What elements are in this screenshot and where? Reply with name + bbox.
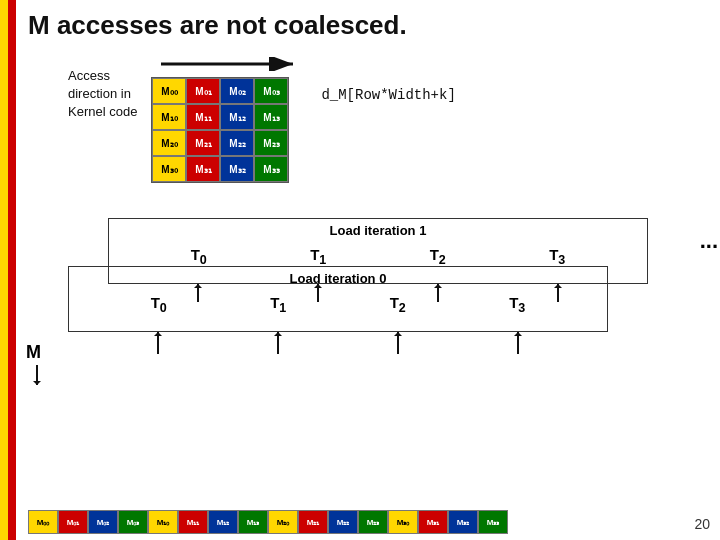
matrix-cell-0-3: M₀₃ <box>254 78 288 104</box>
m-label: M <box>26 342 41 362</box>
matrix-cell-3-1: M₃₁ <box>186 156 220 182</box>
svg-marker-11 <box>154 332 162 336</box>
matrix-cell-0-1: M₀₁ <box>186 78 220 104</box>
formula-label: d_M[Row*Width+k] <box>321 87 455 103</box>
iter1-label: Load iteration 1 <box>109 223 647 238</box>
iter0-label: Load iteration 0 <box>69 271 607 286</box>
m-down-arrow <box>30 365 44 385</box>
matrix-cell-2-3: M₂₃ <box>254 130 288 156</box>
m-label-area: M <box>26 342 44 389</box>
matrix-cell-3-0: M₃₀ <box>152 156 186 182</box>
bottom-cell-5: M₁₁ <box>178 510 208 534</box>
matrix-grid: M₀₀M₀₁M₀₂M₀₃M₁₀M₁₁M₁₂M₁₃M₂₀M₂₁M₂₂M₂₃M₃₀M… <box>151 77 289 183</box>
matrix-cell-0-0: M₀₀ <box>152 78 186 104</box>
matrix-cell-0-2: M₀₂ <box>220 78 254 104</box>
bottom-cell-4: M₁₀ <box>148 510 178 534</box>
matrix-cell-2-2: M₂₂ <box>220 130 254 156</box>
direction-arrow <box>161 57 301 71</box>
bottom-cell-6: M₁₂ <box>208 510 238 534</box>
bottom-cell-15: M₃₃ <box>478 510 508 534</box>
page-title: M accesses are not coalesced. <box>28 10 708 41</box>
arrow-up-b3 <box>511 332 525 354</box>
iter1-t3: T3 <box>549 246 565 267</box>
arrow-up-b0 <box>151 332 165 354</box>
bottom-cell-3: M₀₃ <box>118 510 148 534</box>
matrix-cell-1-3: M₁₃ <box>254 104 288 130</box>
iter0-threads: T0 T1 T2 T3 <box>69 294 607 315</box>
matrix-arrow-block: M₀₀M₀₁M₀₂M₀₃M₁₀M₁₁M₁₂M₁₃M₂₀M₂₁M₂₂M₂₃M₃₀M… <box>151 57 301 187</box>
bottom-cell-2: M₀₂ <box>88 510 118 534</box>
matrix-cell-3-3: M₃₃ <box>254 156 288 182</box>
matrix-cell-1-2: M₁₂ <box>220 104 254 130</box>
iter0-t1: T1 <box>270 294 286 315</box>
matrix-cell-2-0: M₂₀ <box>152 130 186 156</box>
arrow-up-b2 <box>391 332 405 354</box>
iter0-box: Load iteration 0 T0 T1 T2 T3 <box>68 266 608 332</box>
bottom-cell-11: M₂₃ <box>358 510 388 534</box>
iter0-arrows <box>68 332 608 354</box>
iter1-threads: T0 T1 T2 T3 <box>109 246 647 267</box>
matrix-cell-2-1: M₂₁ <box>186 130 220 156</box>
bottom-cell-12: M₃₀ <box>388 510 418 534</box>
iter0-t0: T0 <box>151 294 167 315</box>
bottom-cell-10: M₂₂ <box>328 510 358 534</box>
bottom-cell-14: M₃₂ <box>448 510 478 534</box>
page-number: 20 <box>694 516 710 532</box>
bottom-cell-13: M₃₁ <box>418 510 448 534</box>
iter0-t2: T2 <box>390 294 406 315</box>
iter1-t2: T2 <box>430 246 446 267</box>
matrix-cell-1-0: M₁₀ <box>152 104 186 130</box>
bottom-cell-0: M₀₀ <box>28 510 58 534</box>
svg-marker-17 <box>514 332 522 336</box>
iter0-t3: T3 <box>509 294 525 315</box>
ellipsis: ... <box>700 228 718 254</box>
iter1-t1: T1 <box>310 246 326 267</box>
iter1-t0: T0 <box>191 246 207 267</box>
bottom-cell-1: M₀₁ <box>58 510 88 534</box>
bottom-cell-9: M₂₁ <box>298 510 328 534</box>
bottom-cell-8: M₂₀ <box>268 510 298 534</box>
bottom-memory-row: M₀₀M₀₁M₀₂M₀₃M₁₀M₁₁M₁₂M₁₃M₂₀M₂₁M₂₂M₂₃M₃₀M… <box>28 510 508 534</box>
access-label: Access direction in Kernel code <box>68 67 137 122</box>
arrow-up-b1 <box>271 332 285 354</box>
left-bar-yellow <box>0 0 8 540</box>
matrix-section: Access direction in Kernel code M₀₀M₀₁M₀… <box>68 57 708 187</box>
svg-marker-19 <box>33 381 41 385</box>
svg-marker-15 <box>394 332 402 336</box>
bottom-cell-7: M₁₃ <box>238 510 268 534</box>
left-bar-red <box>8 0 16 540</box>
svg-marker-13 <box>274 332 282 336</box>
matrix-cell-1-1: M₁₁ <box>186 104 220 130</box>
matrix-cell-3-2: M₃₂ <box>220 156 254 182</box>
